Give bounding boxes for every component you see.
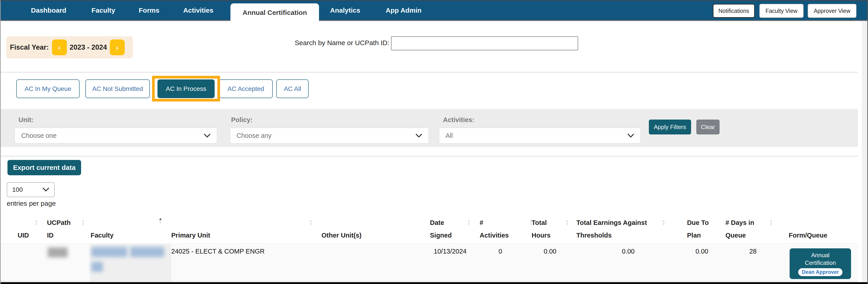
approver-view-button[interactable]: Approver View — [808, 4, 857, 18]
search-label: Search by Name or UCPath ID: — [293, 39, 389, 47]
col-header-days-in-queue[interactable]: # Days in Queue — [725, 213, 755, 242]
dean-approver-badge: Dean Approver — [798, 268, 842, 276]
page-size-value: 100 — [12, 186, 23, 193]
app-window: Dashboard Faculty Forms Activities Annua… — [0, 0, 868, 284]
nav-item-dashboard[interactable]: Dashboard — [31, 1, 66, 20]
cell-num-activities: 0 — [479, 248, 502, 255]
tab-ac-not-submitted[interactable]: AC Not Submitted — [85, 79, 150, 98]
unit-select[interactable]: Choose one — [15, 128, 217, 143]
cell-primary-unit: 24025 - ELECT & COMP ENGR — [171, 248, 265, 255]
divider — [1, 72, 858, 72]
col-header-num-activities[interactable]: # Activities — [479, 213, 511, 242]
chevron-down-icon — [627, 132, 634, 139]
notifications-button[interactable]: Notifications — [713, 4, 755, 18]
col-header-form-queue[interactable]: Form/Queue — [789, 213, 834, 242]
top-navbar: Dashboard Faculty Forms Activities Annua… — [1, 1, 867, 21]
export-current-data-button[interactable]: Export current data — [7, 160, 81, 175]
fiscal-year-label: Fiscal Year: — [10, 43, 49, 51]
sort-icon-total-hours[interactable]: ▲▼ — [565, 219, 569, 226]
ucpath-id-redacted — [48, 247, 67, 257]
cell-total-hours: 0.00 — [532, 248, 556, 255]
activities-select-value: All — [445, 132, 453, 139]
col-header-total-earnings[interactable]: Total Earnings Against Thresholds — [576, 213, 653, 242]
sort-icon-days-in-queue[interactable]: ▲▼ — [769, 219, 773, 226]
window-bottom-edge — [1, 282, 867, 284]
chevron-down-icon — [204, 132, 211, 139]
table-row: 24025 - ELECT & COMP ENGR 10/13/2024 0 0… — [1, 244, 858, 283]
filters-panel: Unit: Choose one Policy: Choose any Acti… — [1, 109, 858, 147]
form-queue-button-label: Annual Certification — [802, 251, 838, 267]
vertical-scrollbar[interactable] — [862, 22, 868, 282]
annual-certification-button[interactable]: Annual Certification Dean Approver — [789, 248, 851, 279]
row-separator — [1, 281, 858, 282]
nav-item-faculty[interactable]: Faculty — [92, 1, 115, 20]
unit-select-value: Choose one — [21, 132, 57, 139]
col-header-other-units[interactable]: Other Unit(s) — [321, 213, 376, 242]
search-input[interactable] — [391, 36, 578, 50]
cell-days-in-queue: 28 — [725, 248, 756, 255]
col-header-due-to-plan[interactable]: Due To Plan — [687, 213, 711, 242]
nav-item-forms[interactable]: Forms — [139, 1, 159, 20]
policy-select-value: Choose any — [237, 132, 272, 139]
policy-filter-label: Policy: — [231, 116, 253, 123]
sort-icon-uid[interactable]: ▲▼ — [35, 219, 38, 226]
activities-select[interactable]: All — [439, 128, 641, 143]
unit-filter-label: Unit: — [19, 116, 33, 123]
chevron-right-icon: › — [116, 43, 118, 52]
chevron-left-icon: ‹ — [58, 43, 61, 52]
fiscal-year-next-button[interactable]: › — [110, 39, 125, 55]
col-header-total-hours[interactable]: Total Hours — [532, 213, 554, 242]
tab-ac-all[interactable]: AC All — [276, 79, 309, 98]
sort-icon-date-signed[interactable]: ▲▼ — [467, 219, 471, 226]
cell-due-to-plan: 0.00 — [687, 248, 708, 255]
faculty-name-redacted[interactable] — [92, 262, 103, 272]
tab-ac-in-process[interactable]: AC In Process — [157, 79, 215, 98]
sort-icon-total-earnings[interactable]: ▲▼ — [662, 219, 665, 226]
apply-filters-button[interactable]: Apply Filters — [649, 119, 691, 135]
sort-icon-faculty-active[interactable]: ▲▼ — [158, 217, 162, 224]
faculty-name-redacted[interactable] — [130, 247, 164, 257]
activities-filter-label: Activities: — [443, 116, 474, 123]
fiscal-year-prev-button[interactable]: ‹ — [52, 39, 67, 55]
chevron-down-icon — [415, 132, 422, 139]
cell-total-earnings: 0.00 — [576, 248, 634, 255]
sort-icon-num-activities[interactable]: ▲▼ — [529, 219, 533, 226]
chevron-down-icon — [42, 186, 49, 193]
page-size-select[interactable]: 100 — [7, 182, 55, 197]
col-header-date-signed[interactable]: Date Signed — [430, 213, 455, 242]
clear-filters-button[interactable]: Clear — [696, 119, 719, 135]
col-header-faculty[interactable]: Faculty — [91, 213, 127, 242]
faculty-name-redacted[interactable] — [92, 247, 127, 257]
tab-ac-in-my-queue[interactable]: AC In My Queue — [16, 79, 80, 98]
nav-item-activities[interactable]: Activities — [183, 1, 213, 20]
divider — [1, 156, 858, 156]
fiscal-year-panel: Fiscal Year: ‹ 2023 - 2024 › — [6, 36, 133, 59]
fiscal-year-value: 2023 - 2024 — [67, 43, 110, 51]
sort-icon-primary-unit[interactable]: ▲▼ — [309, 219, 313, 226]
col-header-ucpath-id[interactable]: UCPath ID — [47, 213, 74, 242]
cell-date-signed: 10/13/2024 — [430, 248, 467, 255]
tab-ac-accepted[interactable]: AC Accepted — [219, 79, 273, 98]
policy-select[interactable]: Choose any — [230, 128, 429, 143]
entries-per-page-label: entries per page — [7, 200, 56, 207]
sort-icon-ucpath-id[interactable]: ▲▼ — [81, 219, 85, 226]
faculty-view-button[interactable]: Faculty View — [759, 4, 804, 18]
header-separator — [1, 243, 858, 244]
nav-item-annual-certification-active[interactable]: Annual Certification — [230, 3, 319, 22]
nav-item-app-admin[interactable]: App Admin — [386, 1, 422, 20]
col-header-uid[interactable]: UID — [18, 213, 36, 242]
col-header-primary-unit[interactable]: Primary Unit — [171, 213, 221, 242]
nav-item-analytics[interactable]: Analytics — [330, 1, 360, 20]
